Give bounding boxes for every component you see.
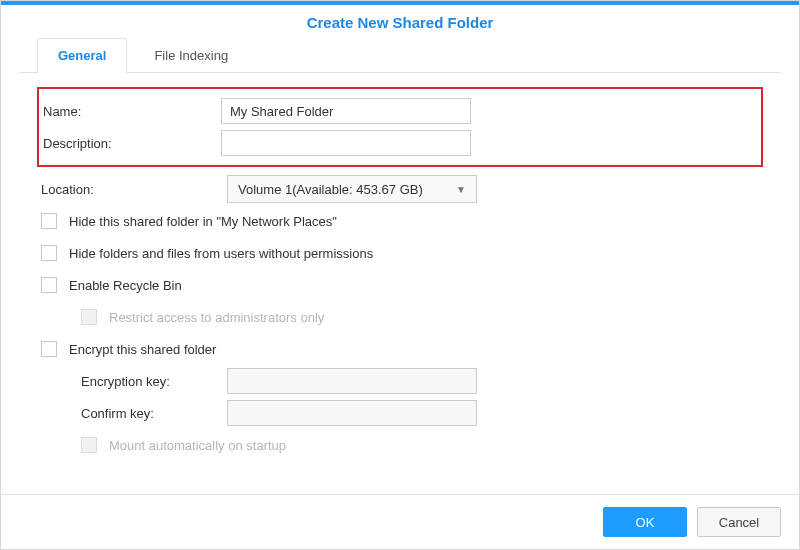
chevron-down-icon: ▼ [456, 184, 466, 195]
tab-content-general: Name: Description: Location: Volume 1(Av… [1, 73, 799, 494]
tab-file-indexing[interactable]: File Indexing [133, 38, 249, 73]
row-location: Location: Volume 1(Available: 453.67 GB)… [37, 173, 763, 205]
encryption-key-label: Encryption key: [81, 374, 227, 389]
description-label: Description: [39, 136, 221, 151]
location-select[interactable]: Volume 1(Available: 453.67 GB) ▼ [227, 175, 477, 203]
row-description: Description: [39, 127, 753, 159]
name-input[interactable] [221, 98, 471, 124]
checkbox-hide-network[interactable] [41, 213, 57, 229]
checkbox-hide-no-perm[interactable] [41, 245, 57, 261]
encrypt-label: Encrypt this shared folder [69, 342, 216, 357]
location-value: Volume 1(Available: 453.67 GB) [238, 182, 423, 197]
row-mount-auto: Mount automatically on startup [37, 429, 763, 461]
row-encrypt: Encrypt this shared folder [37, 333, 763, 365]
location-label: Location: [37, 182, 227, 197]
enable-recycle-label: Enable Recycle Bin [69, 278, 182, 293]
confirm-key-label: Confirm key: [81, 406, 227, 421]
name-label: Name: [39, 104, 221, 119]
checkbox-restrict-admin [81, 309, 97, 325]
encryption-key-input [227, 368, 477, 394]
hide-network-label: Hide this shared folder in "My Network P… [69, 214, 337, 229]
row-confirm-key: Confirm key: [37, 397, 763, 429]
row-restrict-admin: Restrict access to administrators only [37, 301, 763, 333]
tab-general[interactable]: General [37, 38, 127, 73]
dialog-title: Create New Shared Folder [1, 5, 799, 37]
description-input[interactable] [221, 130, 471, 156]
ok-button[interactable]: OK [603, 507, 687, 537]
highlight-name-description: Name: Description: [37, 87, 763, 167]
mount-auto-label: Mount automatically on startup [109, 438, 286, 453]
checkbox-enable-recycle[interactable] [41, 277, 57, 293]
tab-bar: General File Indexing [19, 37, 781, 73]
checkbox-encrypt[interactable] [41, 341, 57, 357]
row-enable-recycle: Enable Recycle Bin [37, 269, 763, 301]
row-hide-network: Hide this shared folder in "My Network P… [37, 205, 763, 237]
dialog-create-shared-folder: Create New Shared Folder General File In… [0, 0, 800, 550]
hide-no-perm-label: Hide folders and files from users withou… [69, 246, 373, 261]
checkbox-mount-auto [81, 437, 97, 453]
row-encryption-key: Encryption key: [37, 365, 763, 397]
row-name: Name: [39, 95, 753, 127]
confirm-key-input [227, 400, 477, 426]
dialog-footer: OK Cancel [1, 494, 799, 549]
cancel-button[interactable]: Cancel [697, 507, 781, 537]
restrict-admin-label: Restrict access to administrators only [109, 310, 324, 325]
row-hide-no-perm: Hide folders and files from users withou… [37, 237, 763, 269]
